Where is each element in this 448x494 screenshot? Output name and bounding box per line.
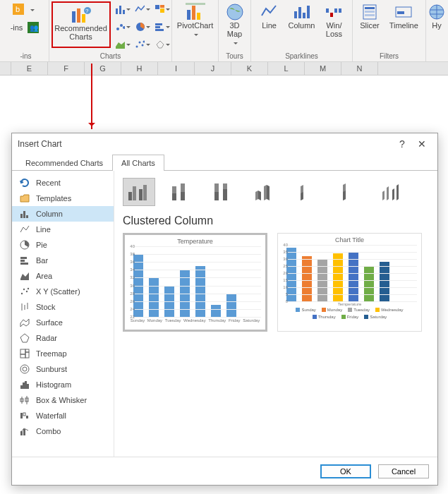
sidebar-item-radar[interactable]: Radar <box>12 330 114 346</box>
subtype-3d-stacked[interactable] <box>292 178 325 206</box>
people-icon[interactable]: 👥 <box>25 20 41 35</box>
svg-rect-52 <box>20 260 25 262</box>
svg-rect-82 <box>133 186 136 200</box>
pivotchart-button[interactable]: PivotChart <box>174 1 216 40</box>
scatter-chart-dropdown[interactable] <box>135 37 150 52</box>
colhdr-G[interactable]: G <box>85 62 121 75</box>
colhdr-E[interactable]: E <box>11 62 48 75</box>
dialog-help-button[interactable]: ? <box>392 135 412 152</box>
sidebar-item-label: Column <box>36 210 63 218</box>
tab-all-charts[interactable]: All Charts <box>112 155 164 171</box>
sparkline-column-button[interactable]: Column <box>286 1 318 31</box>
subtype-stacked-column[interactable] <box>165 178 198 206</box>
sidebar-item-histogram[interactable]: Histogram <box>12 377 114 392</box>
sidebar-item-area[interactable]: Area <box>12 268 114 284</box>
svg-rect-90 <box>214 192 219 200</box>
sparklines-group: Line Column Win/ Loss Sparklines <box>251 0 353 61</box>
dialog-close-button[interactable]: ✕ <box>412 135 432 152</box>
svg-text:👥: 👥 <box>30 23 39 32</box>
sparkline-winloss-button[interactable]: Win/ Loss <box>322 1 346 40</box>
globe-icon <box>226 3 244 21</box>
svg-rect-14 <box>160 8 164 13</box>
ok-button[interactable]: OK <box>320 464 371 478</box>
colhdr-K[interactable]: K <box>231 62 268 75</box>
sidebar-item-scatter[interactable]: X Y (Scatter) <box>12 284 114 299</box>
column-chart-dropdown[interactable] <box>115 1 131 17</box>
sparkline-line-label: Line <box>262 21 277 30</box>
bing-icon[interactable]: b <box>11 1 26 17</box>
svg-rect-48 <box>23 211 25 218</box>
sidebar-item-stock[interactable]: Stock <box>12 299 114 315</box>
chart-preview-1[interactable]: Temperature 22242628303234363840 SundayM… <box>123 233 267 332</box>
filters-group: Slicer Timeline Filters <box>353 0 426 61</box>
sidebar-item-recent[interactable]: Recent <box>12 175 114 191</box>
svg-rect-45 <box>397 11 404 14</box>
subtype-3d-clustered[interactable] <box>250 178 282 206</box>
svg-point-17 <box>123 26 125 29</box>
sparkline-winloss-label: Win/ Loss <box>326 21 342 38</box>
section-title: Clustered Column <box>123 215 429 227</box>
sidebar-item-label: Area <box>36 272 52 280</box>
dialog-footer: OK Cancel <box>12 457 437 485</box>
bar-chart-dropdown[interactable] <box>155 19 170 35</box>
preview2-plot: 0510152025303540 <box>282 245 417 301</box>
svg-rect-19 <box>155 23 162 25</box>
sidebar-item-label: Combo <box>36 427 61 435</box>
svg-rect-10 <box>119 6 121 14</box>
stat-chart-dropdown[interactable] <box>115 19 131 35</box>
slicer-button[interactable]: Slicer <box>357 1 382 31</box>
hyperlink-button[interactable]: Hy <box>425 1 448 31</box>
colhdr-H[interactable]: H <box>121 62 158 75</box>
subtype-100stacked-column[interactable] <box>207 178 240 206</box>
sidebar-item-templates[interactable]: Templates <box>12 191 114 206</box>
sidebar-item-line[interactable]: Line <box>12 222 114 237</box>
colhdr-L[interactable]: L <box>268 62 305 75</box>
colhdr-F[interactable]: F <box>48 62 85 75</box>
timeline-button[interactable]: Timeline <box>387 1 421 31</box>
subtype-3d-column[interactable] <box>377 178 409 206</box>
colhdr-M[interactable]: M <box>305 62 341 75</box>
ribbon: b -ins 👥 -ins ? Recommended Charts <box>0 0 448 62</box>
treemap-icon <box>19 348 30 359</box>
colhdr-J[interactable]: J <box>195 62 231 75</box>
sidebar-item-sunburst[interactable]: Sunburst <box>12 361 114 377</box>
preview1-plot: 22242628303234363840 <box>129 246 261 317</box>
sidebar-item-waterfall[interactable]: Waterfall <box>12 408 114 423</box>
sidebar-item-label: Stock <box>36 303 56 311</box>
colhdr-N[interactable]: N <box>341 62 378 75</box>
sidebar-item-pie[interactable]: Pie <box>12 237 114 253</box>
svg-rect-35 <box>307 6 310 18</box>
svg-point-66 <box>20 365 29 373</box>
sidebar-item-label: Pie <box>36 241 47 249</box>
svg-rect-5 <box>77 8 80 23</box>
chart-preview-2[interactable]: Chart Title 0510152025303540 Temperature… <box>277 233 422 332</box>
tab-recommended-charts[interactable]: Recommended Charts <box>16 155 112 171</box>
sidebar-item-surface[interactable]: Surface <box>12 315 114 330</box>
svg-rect-28 <box>192 6 195 20</box>
surface-chart-dropdown[interactable] <box>115 37 131 52</box>
line-chart-dropdown[interactable] <box>135 1 150 17</box>
pie-chart-dropdown[interactable] <box>135 19 150 35</box>
svg-text:b: b <box>16 5 20 13</box>
radar-chart-dropdown[interactable] <box>155 37 170 52</box>
recommended-charts-button[interactable]: ? Recommended Charts <box>52 1 111 48</box>
svg-rect-70 <box>25 381 27 389</box>
subtype-3d-100stacked[interactable] <box>334 178 367 206</box>
sparkline-winloss-icon <box>325 3 343 21</box>
scatter-icon <box>19 286 30 297</box>
subtype-clustered-column[interactable] <box>123 178 155 206</box>
sidebar-item-boxwhisker[interactable]: Box & Whisker <box>12 392 114 408</box>
svg-rect-49 <box>26 215 28 218</box>
hierarchy-chart-dropdown[interactable] <box>155 1 170 17</box>
sidebar-item-bar[interactable]: Bar <box>12 253 114 268</box>
sidebar-item-combo[interactable]: Combo <box>12 423 114 439</box>
preview2-title: Chart Title <box>282 236 417 243</box>
colhdr-I[interactable]: I <box>158 62 195 75</box>
column-icon <box>19 208 30 219</box>
sparkline-line-button[interactable]: Line <box>258 1 281 31</box>
sidebar-item-column[interactable]: Column <box>12 206 114 222</box>
3d-map-button[interactable]: 3D Map <box>223 1 247 48</box>
sidebar-item-treemap[interactable]: Treemap <box>12 346 114 361</box>
bar-icon <box>19 255 30 266</box>
cancel-button[interactable]: Cancel <box>378 464 429 478</box>
